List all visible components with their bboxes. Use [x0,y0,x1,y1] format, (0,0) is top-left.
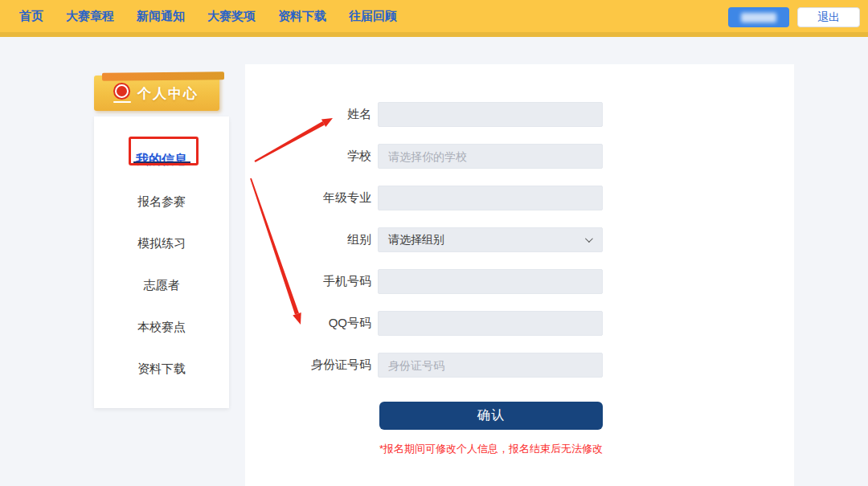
sidebar-item-my-info[interactable]: 我的信息 [94,139,229,181]
sidebar-item-register[interactable]: 报名参赛 [94,181,229,223]
school-label: 学校 [245,149,371,164]
topbar-right: 退出 [728,7,860,27]
name-input[interactable] [378,102,603,127]
confirm-button[interactable]: 确认 [379,402,603,430]
nav-item-home[interactable]: 首页 [19,9,43,24]
sidebar-item-school-venue[interactable]: 本校赛点 [94,306,229,348]
nav-item-past-reviews[interactable]: 往届回顾 [349,9,397,24]
form-row-name: 姓名 [245,102,794,127]
form-row-school: 学校 [245,144,794,169]
id-card-label: 身份证号码 [245,357,371,373]
nav-item-news[interactable]: 新闻通知 [137,9,185,24]
sidebar-item-downloads[interactable]: 资料下载 [94,348,229,390]
sidebar-item-label: 本校赛点 [137,320,186,335]
user-account-button[interactable] [728,7,789,27]
form-row-group: 组别 请选择组别 [245,227,794,252]
sidebar-item-label: 模拟练习 [137,236,186,251]
nav-item-awards[interactable]: 大赛奖项 [207,9,256,24]
id-card-input[interactable] [378,353,603,378]
active-item-underline [133,161,190,164]
personal-center-page: 首页 大赛章程 新闻通知 大赛奖项 资料下载 往届回顾 退出 个人中心 我的信息 [0,0,868,486]
sidebar-item-label: 资料下载 [137,361,186,377]
grade-major-input[interactable] [378,186,603,210]
sidebar-header-title: 个人中心 [137,84,199,103]
sidebar-menu: 我的信息 报名参赛 模拟练习 志愿者 本校赛点 资料下载 [94,116,229,408]
qq-label: QQ号码 [245,316,371,331]
sidebar-item-volunteer[interactable]: 志愿者 [94,264,229,306]
blurred-username [741,13,776,22]
grade-major-label: 年级专业 [245,190,371,206]
form-row-qq: QQ号码 [245,311,794,336]
form-row-phone: 手机号码 [245,269,794,294]
form-row-grade-major: 年级专业 [245,186,794,210]
phone-input[interactable] [378,269,603,294]
logout-button[interactable]: 退出 [797,7,860,27]
sidebar-item-mock-practice[interactable]: 模拟练习 [94,223,229,264]
sidebar-list: 我的信息 报名参赛 模拟练习 志愿者 本校赛点 资料下载 [94,139,229,390]
chevron-down-icon [585,235,593,243]
form-row-id-card: 身份证号码 [245,353,794,378]
phone-label: 手机号码 [245,274,371,289]
top-navigation-bar: 首页 大赛章程 新闻通知 大赛奖项 资料下载 往届回顾 退出 [0,0,868,37]
profile-form: 姓名 学校 年级专业 组别 请选择组别 手机号码 QQ号码 身份证号码 [245,102,794,394]
name-label: 姓名 [245,107,371,122]
group-select[interactable]: 请选择组别 [378,227,603,252]
form-note: *报名期间可修改个人信息，报名结束后无法修改 [379,442,603,456]
nav-items: 首页 大赛章程 新闻通知 大赛奖项 资料下载 往届回顾 [0,9,397,24]
sidebar-header: 个人中心 [94,76,219,111]
nav-item-downloads[interactable]: 资料下载 [278,9,326,24]
school-input[interactable] [378,144,603,169]
sidebar-item-label: 志愿者 [144,278,180,293]
qq-input[interactable] [378,311,603,336]
sidebar-item-label: 我的信息 [136,152,187,169]
user-icon [115,84,129,103]
sidebar-item-label: 报名参赛 [137,194,186,210]
nav-item-charter[interactable]: 大赛章程 [66,9,114,24]
group-select-value: 请选择组别 [388,233,444,247]
group-label: 组别 [245,232,371,247]
